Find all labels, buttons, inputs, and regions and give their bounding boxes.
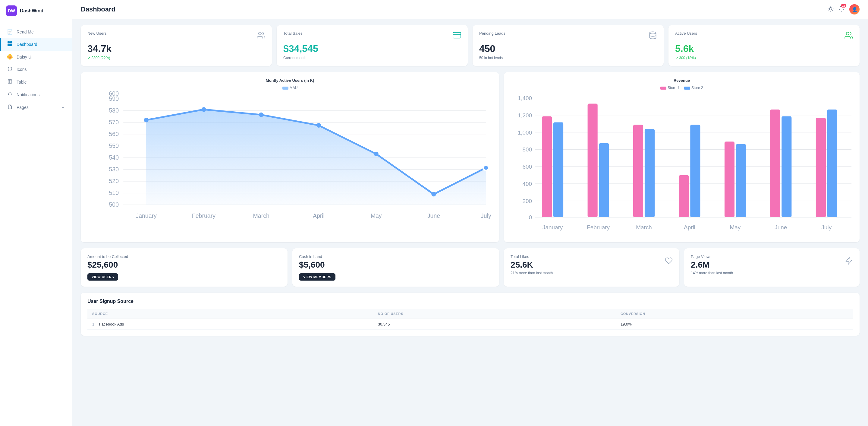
sidebar-item-notifications[interactable]: Notifications <box>0 88 72 101</box>
page-title: Dashboard <box>81 5 116 13</box>
view-users-button[interactable]: VIEW USERS <box>87 273 118 281</box>
content-area: New Users 34.7k ↗ 2300 (22%) Total Sales… <box>72 19 868 426</box>
page-views-value: 2.6M <box>691 260 711 270</box>
mau-point-apr <box>316 123 321 127</box>
new-users-label: New Users <box>87 31 107 36</box>
mau-point-jun <box>431 192 436 196</box>
table-cell-users: 30,345 <box>373 319 616 330</box>
table-header-row: SOURCE NO OF USERS CONVERSION <box>87 309 853 319</box>
sidebar: DW DashWind 📄 Read Me Dashboard 🌼 Daisy … <box>0 0 72 426</box>
view-members-button[interactable]: VIEW MEMBERS <box>299 273 336 281</box>
revenue-chart-title: Revenue <box>510 78 853 83</box>
svg-text:530: 530 <box>109 166 119 173</box>
notification-bell-icon[interactable]: 15 <box>838 6 844 13</box>
table-icon <box>7 79 13 85</box>
mau-area-fill <box>146 110 486 205</box>
total-likes-label: Total Likes <box>510 254 533 259</box>
bar-jun-s2 <box>781 116 792 218</box>
bar-may-s1 <box>724 142 735 217</box>
svg-text:200: 200 <box>523 198 532 204</box>
svg-text:600: 600 <box>109 90 119 97</box>
signup-source-title: User Signup Source <box>87 299 853 304</box>
table-cell-conversion: 19.0% <box>616 319 853 330</box>
svg-point-17 <box>258 32 261 35</box>
mau-chart-card: Montly Active Users (in K) MAU <box>81 72 499 242</box>
active-users-value: 5.6k <box>675 44 853 54</box>
svg-text:July: July <box>481 212 491 219</box>
sidebar-item-pages[interactable]: Pages ▾ <box>0 101 72 114</box>
svg-text:600: 600 <box>523 164 532 170</box>
svg-text:June: June <box>427 212 440 219</box>
svg-text:February: February <box>192 212 216 219</box>
svg-text:1,400: 1,400 <box>518 95 532 102</box>
svg-text:560: 560 <box>109 131 119 137</box>
svg-text:540: 540 <box>109 154 119 161</box>
pages-icon <box>7 104 13 110</box>
svg-rect-3 <box>10 44 12 46</box>
svg-point-21 <box>846 32 849 35</box>
revenue-chart-legend: Store 1 Store 2 <box>510 86 853 90</box>
sidebar-logo[interactable]: DW DashWind <box>0 0 72 22</box>
sidebar-item-daisy-ui[interactable]: 🌼 Daisy UI <box>0 51 72 63</box>
bar-mar-s2 <box>645 129 655 217</box>
bar-feb-s2 <box>599 143 609 217</box>
total-sales-label: Total Sales <box>283 31 303 36</box>
active-users-sub: ↗ 300 (18%) <box>675 56 853 60</box>
bar-jul-s2 <box>827 110 837 217</box>
bar-mar-s1 <box>633 125 643 218</box>
svg-text:July: July <box>822 224 832 231</box>
signup-source-section: User Signup Source SOURCE NO OF USERS CO… <box>81 293 860 336</box>
active-users-icon <box>844 31 853 41</box>
cash-in-hand-label: Cash in hand <box>299 254 493 259</box>
sidebar-item-dashboard[interactable]: Dashboard <box>0 38 72 51</box>
card-icon <box>453 31 461 41</box>
svg-rect-4 <box>8 80 12 83</box>
page-views-sub: 14% more than last month <box>691 271 853 275</box>
pending-leads-label: Pending Leads <box>479 31 505 36</box>
pending-leads-sub: 50 in hot leads <box>479 56 657 60</box>
dashboard-icon <box>7 41 13 47</box>
database-icon <box>649 31 657 41</box>
svg-text:520: 520 <box>109 178 119 184</box>
svg-text:510: 510 <box>109 190 119 196</box>
page-views-card: Page Views 2.6M 14% more than last month <box>684 248 860 287</box>
cash-in-hand-value: $5,600 <box>299 260 493 270</box>
mau-chart-title: Montly Active Users (in K) <box>87 78 493 83</box>
sidebar-item-icons[interactable]: Icons <box>0 63 72 76</box>
theme-toggle-icon[interactable] <box>828 6 834 13</box>
avatar[interactable]: 👤 <box>849 4 860 15</box>
svg-rect-18 <box>453 33 461 38</box>
bar-may-s2 <box>736 144 746 218</box>
svg-text:1,000: 1,000 <box>518 130 532 136</box>
mau-point-jul <box>484 165 489 170</box>
table-row: 1 Facebook Ads 30,345 19.0% <box>87 319 853 330</box>
amount-collected-value: $25,600 <box>87 260 281 270</box>
pending-leads-value: 450 <box>479 44 657 54</box>
mau-point-jan <box>144 118 149 122</box>
shield-icon <box>7 66 13 73</box>
total-sales-value: $34,545 <box>283 44 461 54</box>
amount-collected-card: Amount to be Collected $25,600 VIEW USER… <box>81 248 287 287</box>
charts-row: Montly Active Users (in K) MAU <box>81 72 860 242</box>
topbar: Dashboard 15 👤 <box>72 0 868 19</box>
total-likes-value: 25.6K <box>510 260 533 270</box>
document-icon: 📄 <box>7 29 13 35</box>
sidebar-item-read-me[interactable]: 📄 Read Me <box>0 26 72 38</box>
revenue-bar-chart: 0 200 400 600 800 1,000 1,200 1,400 <box>510 92 853 235</box>
logo-icon: DW <box>6 5 17 16</box>
mau-chart-legend: MAU <box>87 86 493 90</box>
mau-point-may <box>374 152 378 156</box>
amount-collected-label: Amount to be Collected <box>87 254 281 259</box>
total-likes-card: Total Likes 25.6K 21% more than last mon… <box>504 248 679 287</box>
bottom-left-cards: Amount to be Collected $25,600 VIEW USER… <box>81 248 499 287</box>
bar-jul-s1 <box>816 118 826 217</box>
sidebar-item-table[interactable]: Table <box>0 76 72 88</box>
signup-table: SOURCE NO OF USERS CONVERSION 1 Facebook… <box>87 309 853 330</box>
bottom-row: Amount to be Collected $25,600 VIEW USER… <box>81 248 860 287</box>
svg-text:May: May <box>730 224 741 231</box>
stat-card-total-sales: Total Sales $34,545 Current month <box>277 25 468 66</box>
svg-text:550: 550 <box>109 142 119 149</box>
svg-text:January: January <box>542 224 563 231</box>
svg-rect-1 <box>10 41 12 44</box>
svg-line-11 <box>829 7 829 7</box>
